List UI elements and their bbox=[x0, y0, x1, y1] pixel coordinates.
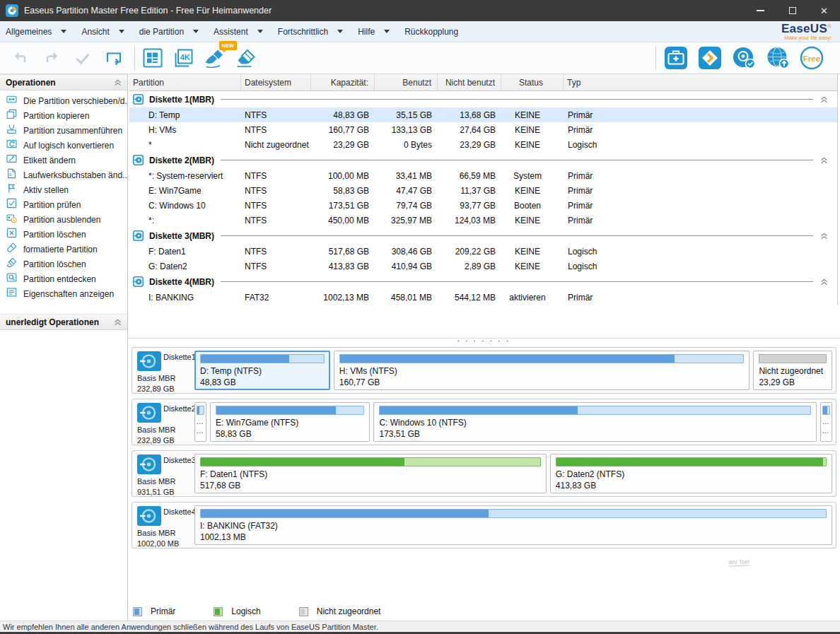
partition-block[interactable]: I: BANKING (FAT32)1002,13 MB bbox=[194, 505, 832, 545]
disk-group-header[interactable]: Diskette 2(MBR) bbox=[129, 152, 837, 168]
cell-unused: 13,68 GB bbox=[438, 110, 501, 120]
cell-type: Primär bbox=[564, 201, 837, 211]
column-header-benutzt[interactable]: Benutzt bbox=[375, 74, 438, 90]
column-header-status[interactable]: Status bbox=[501, 74, 564, 90]
easeus-partition-master-window: Easeus Partition Master Free Edition - F… bbox=[0, 0, 840, 634]
collapse-chevron-icon[interactable] bbox=[114, 319, 122, 326]
collapse-chevron-icon[interactable] bbox=[820, 157, 828, 164]
collapse-chevron-icon[interactable] bbox=[820, 233, 828, 240]
cell-partition: I: BANKING bbox=[129, 293, 241, 303]
partition-block[interactable]: ...... bbox=[194, 402, 206, 442]
sidebar-item-aktiv-stellen[interactable]: Aktiv stellen bbox=[0, 182, 127, 197]
sidebar-item-die-partition-verschieben-d-[interactable]: Die Partition verschieben/d... bbox=[0, 93, 127, 108]
brand-tagline: Make your life easy! bbox=[781, 35, 832, 41]
sidebar-item-laufwerksbuchstaben-änd-[interactable]: E:Laufwerksbuchstaben änd... bbox=[0, 168, 127, 182]
sidebar-section-pending-header[interactable]: unerledigt Operationen bbox=[0, 314, 127, 330]
close-button[interactable]: ✕ bbox=[808, 0, 840, 21]
sidebar-item-eigenschaften-anzeigen[interactable]: Eigenschaften anzeigen bbox=[0, 286, 127, 301]
cell-capacity: 1002,13 MB bbox=[311, 293, 375, 303]
menu-item-assistent[interactable]: Assistent bbox=[214, 27, 263, 37]
table-row[interactable]: I: BANKINGFAT321002,13 MB458,01 MB544,12… bbox=[129, 290, 837, 305]
collapse-chevron-icon[interactable] bbox=[820, 278, 828, 286]
disk-group-header[interactable]: Diskette 3(MBR) bbox=[129, 228, 837, 244]
cleanup-button[interactable]: NEW bbox=[203, 45, 227, 71]
menu-item-fortschrittlich[interactable]: Fortschrittlich bbox=[278, 27, 343, 37]
table-row[interactable]: *Nicht zugeordnet23,29 GB0 Bytes23,29 GB… bbox=[129, 137, 837, 152]
menu-item-allgemeines[interactable]: Allgemeines bbox=[6, 27, 66, 37]
cell-unused: 23,29 GB bbox=[438, 140, 501, 150]
splitter-handle[interactable]: · · · · · · · bbox=[128, 339, 840, 344]
cell-unused: 66,59 MB bbox=[438, 171, 501, 181]
collapse-chevron-icon[interactable] bbox=[114, 79, 122, 86]
partition-block[interactable]: H: VMs (NTFS)160,77 GB bbox=[334, 351, 750, 390]
disk-group-header[interactable]: Diskette 4(MBR) bbox=[129, 274, 837, 290]
easeus-logo: EaseUS® Make your life easy! bbox=[781, 23, 832, 41]
maximize-button[interactable] bbox=[776, 0, 808, 21]
table-row[interactable]: C: Windows 10NTFS173,51 GB79,74 GB93,77 … bbox=[129, 198, 837, 213]
disk-group-divider bbox=[221, 281, 813, 282]
cell-partition: H: VMs bbox=[129, 125, 241, 135]
column-header-typ[interactable]: Typ bbox=[564, 74, 837, 90]
sidebar-item-partition-kopieren[interactable]: Partition kopieren bbox=[0, 108, 127, 123]
column-header-partition[interactable]: Partition bbox=[129, 74, 241, 90]
usage-fill bbox=[380, 406, 578, 414]
partition-block[interactable]: ...... bbox=[820, 402, 832, 442]
partition-table-header: PartitionDateisystemKapazität:BenutztNic… bbox=[129, 74, 837, 91]
wipe-button[interactable] bbox=[234, 45, 258, 71]
os-migrate-button[interactable] bbox=[141, 45, 165, 71]
backup-button[interactable] bbox=[696, 45, 724, 71]
sidebar-item-partition-löschen[interactable]: Partition löschen bbox=[0, 227, 127, 242]
disk-icon bbox=[133, 230, 144, 241]
sidebar-item-label: Die Partition verschieben/d... bbox=[23, 96, 132, 106]
menu-item-rückkopplung[interactable]: Rückkopplung bbox=[404, 27, 458, 37]
table-row[interactable]: *: System-reserviertNTFS100,00 MB33,41 M… bbox=[129, 168, 837, 183]
column-header-dateisystem[interactable]: Dateisystem bbox=[241, 74, 311, 90]
refresh-button[interactable] bbox=[102, 45, 126, 71]
4k-align-button[interactable]: 4K bbox=[172, 45, 196, 71]
table-row[interactable]: G: Daten2NTFS413,83 GB410,94 GB2,89 GBKE… bbox=[129, 259, 837, 274]
table-row[interactable]: *:NTFS450,00 MB325,97 MB124,03 MBKEINEPr… bbox=[129, 213, 837, 228]
partition-block[interactable]: D: Temp (NTFS)48,83 GB bbox=[194, 351, 330, 390]
check-icon bbox=[6, 198, 17, 211]
partition-block[interactable]: E: Win7Game (NTFS)58,83 GB bbox=[210, 402, 370, 442]
sidebar-item-partition-löschen[interactable]: Partition löschen bbox=[0, 257, 127, 271]
cell-status: KEINE bbox=[501, 140, 564, 150]
partition-block[interactable]: Nicht zugeordnet23,29 GB bbox=[753, 351, 832, 390]
disk-group-header[interactable]: Diskette 1(MBR) bbox=[129, 91, 837, 107]
upgrade-button[interactable] bbox=[764, 45, 792, 71]
partition-block[interactable]: C: Windows 10 (NTFS)173,51 GB bbox=[373, 402, 817, 442]
menu-item-hilfe[interactable]: Hilfe bbox=[358, 27, 390, 37]
free-badge-button[interactable]: Free bbox=[798, 45, 826, 71]
sidebar-item-partition-zusammenführen[interactable]: Partition zusammenführen bbox=[0, 123, 127, 138]
column-header-kapazität[interactable]: Kapazität: bbox=[311, 74, 375, 90]
sidebar-item-auf-logisch-konvertieren[interactable]: Auf logisch konvertieren bbox=[0, 138, 127, 153]
menu-item-ansicht[interactable]: Ansicht bbox=[81, 27, 124, 37]
toolkit-button[interactable] bbox=[662, 45, 690, 71]
sidebar-item-etikett-ändern[interactable]: Etikett ändern bbox=[0, 153, 127, 168]
menu-item-label: Hilfe bbox=[358, 27, 375, 37]
partition-block[interactable]: G: Daten2 (NTFS)413,83 GB bbox=[550, 454, 832, 493]
disk-group-name: Diskette 1(MBR) bbox=[149, 95, 214, 105]
collapse-chevron-icon[interactable] bbox=[820, 96, 828, 103]
cell-filesystem: NTFS bbox=[241, 186, 311, 196]
menu-item-die-partition[interactable]: die Partition bbox=[139, 27, 199, 37]
menu-item-label: Fortschrittlich bbox=[278, 27, 328, 37]
sidebar-item-partition-entdecken[interactable]: Partition entdecken bbox=[0, 271, 127, 286]
minimize-button[interactable] bbox=[745, 0, 776, 21]
burn-button[interactable] bbox=[730, 45, 758, 71]
sidebar-item-label: Partition zusammenführen bbox=[23, 126, 122, 136]
table-row[interactable]: F: Daten1NTFS517,68 GB308,46 GB209,22 GB… bbox=[129, 244, 837, 259]
undo-button bbox=[8, 45, 33, 71]
column-header-nichtbenutzt[interactable]: Nicht benutzt bbox=[438, 74, 501, 90]
table-row[interactable]: H: VMsNTFS160,77 GB133,13 GB27,64 GBKEIN… bbox=[129, 122, 837, 137]
sidebar-item-partition-prüfen[interactable]: Partition prüfen bbox=[0, 197, 127, 212]
sidebar-item-formatierte-partition[interactable]: formatierte Partition bbox=[0, 242, 127, 257]
sidebar-item-partition-ausblenden[interactable]: Partition ausblenden bbox=[0, 212, 127, 227]
table-row[interactable]: E: Win7GameNTFS58,83 GB47,47 GB11,37 GBK… bbox=[129, 183, 837, 198]
sidebar-section-operations-header[interactable]: Operationen bbox=[0, 74, 127, 90]
cell-unused: 544,12 MB bbox=[438, 293, 501, 303]
disk-name: Diskette1 bbox=[163, 353, 196, 361]
partition-block[interactable]: F: Daten1 (NTFS)517,68 GB bbox=[194, 454, 547, 493]
table-row[interactable]: D: TempNTFS48,83 GB35,15 GB13,68 GBKEINE… bbox=[129, 107, 837, 122]
toolbar: 4KNEWFree bbox=[0, 42, 840, 74]
